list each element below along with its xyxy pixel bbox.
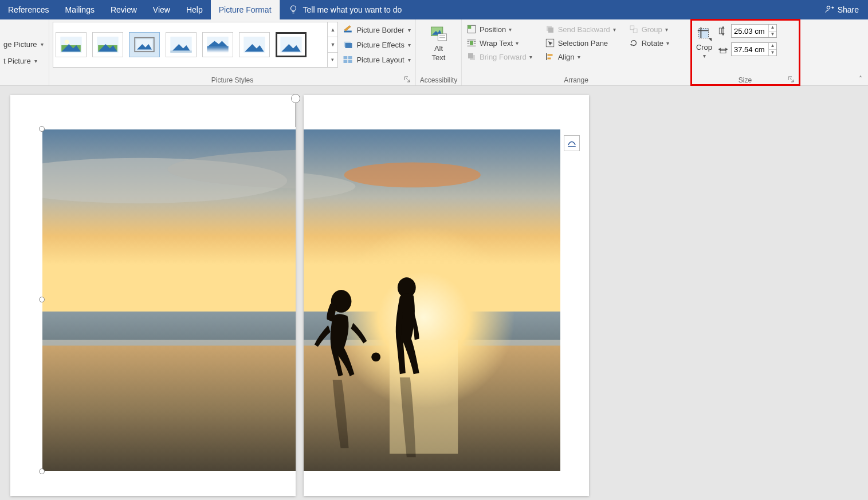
width-field[interactable]	[732, 43, 768, 56]
rotate-label: Rotate	[642, 39, 663, 48]
group-accessibility: Alt Text Accessibility	[416, 19, 462, 85]
width-down[interactable]: ▼	[769, 50, 776, 56]
selection-handle[interactable]	[39, 126, 45, 132]
group-label-picture-styles: Picture Styles	[53, 75, 412, 84]
svg-rect-56	[699, 29, 709, 38]
svg-point-84	[371, 352, 380, 361]
bring-forward-icon	[466, 52, 477, 62]
wrap-text-button[interactable]: Wrap Text▾	[465, 37, 533, 49]
height-up[interactable]: ▲	[769, 25, 776, 32]
height-row: ▲▼	[717, 24, 777, 38]
group-button[interactable]: Group▾	[627, 23, 670, 36]
height-input[interactable]: ▲▼	[731, 24, 777, 38]
tab-references[interactable]: References	[0, 0, 57, 19]
group-label-adjust	[3, 83, 45, 84]
width-row: ▲▼	[717, 42, 777, 56]
change-picture-button[interactable]: ge Picture ▾	[3, 38, 44, 51]
svg-point-74	[344, 163, 481, 188]
position-icon	[466, 24, 477, 34]
style-thumb-5[interactable]	[202, 32, 233, 57]
gallery-more-button[interactable]: ▾	[328, 53, 337, 67]
send-backward-button[interactable]: Send Backward▾	[544, 23, 617, 36]
document-canvas[interactable]	[0, 86, 868, 500]
svg-rect-27	[344, 56, 348, 59]
width-up[interactable]: ▲	[769, 43, 776, 50]
picture-styles-dialog-launcher[interactable]	[404, 76, 411, 83]
picture-layout-label: Picture Layout	[356, 56, 404, 64]
svg-point-0	[290, 6, 296, 11]
collapse-ribbon-button[interactable]: ˄	[855, 74, 866, 84]
svg-rect-24	[344, 31, 352, 33]
align-label: Align	[558, 53, 575, 61]
tab-view[interactable]: View	[145, 0, 178, 19]
size-dialog-launcher[interactable]	[788, 76, 795, 83]
group-adjust: ge Picture ▾ t Picture ▾	[0, 19, 49, 85]
alt-text-icon	[429, 24, 449, 44]
position-button[interactable]: Position▾	[465, 23, 533, 36]
gallery-up-button[interactable]: ▲	[328, 22, 337, 37]
selection-pane-button[interactable]: Selection Pane	[544, 37, 617, 49]
style-thumb-2[interactable]	[92, 32, 123, 57]
svg-rect-38	[470, 41, 473, 45]
alt-text-label-2: Text	[432, 54, 446, 62]
rotate-button[interactable]: Rotate▾	[627, 37, 670, 49]
gallery-down-button[interactable]: ▼	[328, 37, 337, 52]
style-thumb-6[interactable]	[239, 32, 270, 57]
tab-mailings[interactable]: Mailings	[57, 0, 103, 19]
chevron-down-icon: ▾	[578, 54, 580, 60]
svg-rect-17	[207, 46, 228, 53]
svg-rect-71	[42, 345, 296, 471]
group-label-accessibility: Accessibility	[419, 75, 458, 84]
width-input[interactable]: ▲▼	[731, 42, 777, 56]
tab-help[interactable]: Help	[178, 0, 211, 19]
inserted-picture-left[interactable]	[42, 129, 296, 471]
height-down[interactable]: ▼	[769, 32, 776, 38]
style-thumb-1[interactable]	[56, 32, 87, 57]
svg-marker-59	[722, 26, 725, 29]
tell-me-search[interactable]: Tell me what you want to do	[280, 0, 410, 19]
layout-options-button[interactable]	[564, 135, 580, 151]
bring-forward-button[interactable]: Bring Forward▾	[465, 50, 533, 63]
crop-label: Crop	[696, 44, 712, 52]
style-thumb-7[interactable]	[276, 32, 307, 57]
inserted-picture-right[interactable]	[304, 129, 560, 471]
alt-text-label-1: Alt	[434, 45, 443, 53]
svg-rect-61	[719, 28, 721, 34]
share-button[interactable]: Share	[816, 0, 868, 19]
send-backward-label: Send Backward	[558, 25, 610, 34]
chevron-down-icon: ▾	[516, 40, 519, 46]
svg-rect-28	[348, 56, 352, 59]
svg-rect-51	[547, 54, 552, 56]
ribbon-tabs: References Mailings Review View Help Pic…	[0, 0, 868, 19]
chevron-down-icon: ▾	[408, 27, 411, 33]
align-button[interactable]: Align▾	[544, 50, 617, 63]
size-group-text: Size	[739, 76, 752, 84]
style-thumb-4[interactable]	[166, 32, 197, 57]
picture-styles-gallery[interactable]: ▲ ▼ ▾	[53, 22, 338, 68]
picture-border-button[interactable]: Picture Border ▾	[341, 23, 412, 37]
tab-review[interactable]: Review	[103, 0, 145, 19]
crop-button[interactable]: Crop ▾	[694, 23, 714, 61]
selection-handle[interactable]	[39, 297, 45, 302]
group-picture-styles: ▲ ▼ ▾ Picture Border ▾ Picture Effects ▾	[49, 19, 416, 85]
rotate-icon	[629, 38, 639, 48]
tabs-spacer	[410, 0, 815, 19]
style-thumb-3[interactable]	[129, 32, 160, 57]
svg-marker-63	[718, 48, 721, 51]
group-label-arrange: Arrange	[465, 75, 687, 84]
picture-layout-button[interactable]: Picture Layout ▾	[341, 53, 412, 66]
picture-effects-button[interactable]: Picture Effects ▾	[341, 38, 412, 52]
rotate-handle[interactable]	[291, 94, 300, 103]
tab-picture-format[interactable]: Picture Format	[211, 0, 280, 19]
svg-rect-26	[345, 43, 352, 48]
selection-pane-label: Selection Pane	[558, 39, 608, 48]
share-icon	[825, 5, 834, 15]
svg-rect-29	[344, 60, 348, 63]
chevron-down-icon: ▾	[703, 53, 706, 59]
svg-rect-30	[348, 60, 352, 63]
bring-forward-label: Bring Forward	[480, 53, 527, 61]
alt-text-button[interactable]: Alt Text	[423, 22, 454, 65]
reset-picture-button[interactable]: t Picture ▾	[3, 54, 37, 68]
height-field[interactable]	[732, 25, 768, 37]
selection-handle[interactable]	[39, 468, 45, 474]
